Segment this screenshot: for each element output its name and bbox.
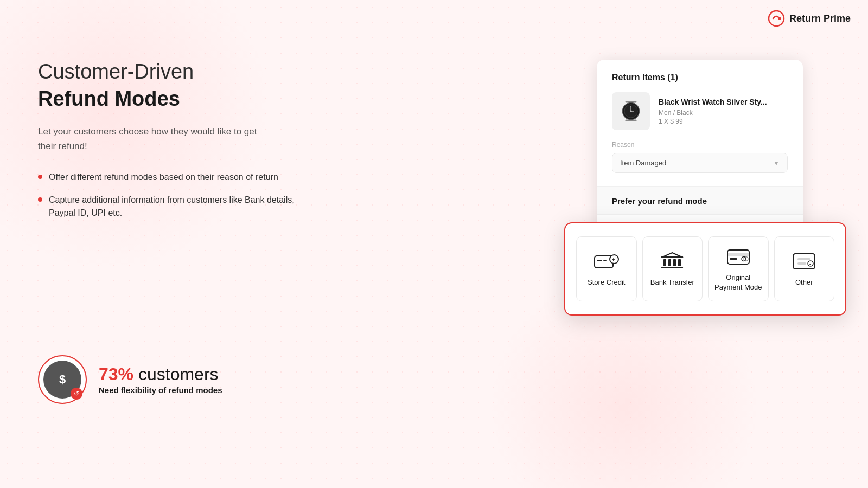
reason-select[interactable]: Item Damaged ▼ [612, 153, 788, 173]
reason-label: Reason [612, 141, 788, 149]
bank-transfer-icon [659, 252, 685, 257]
return-card: Return Items (1) Black Wrist Wat [597, 60, 803, 257]
dollar-icon: $ [59, 373, 66, 387]
bullet-item-1: Offer different refund modes based on th… [38, 171, 320, 184]
logo-text: Return Prime [789, 13, 851, 24]
product-name: Black Wrist Watch Silver Sty... [659, 97, 788, 107]
reason-value: Item Damaged [620, 159, 666, 167]
header: Return Prime [750, 0, 868, 37]
stats-text: 73% customers Need flexibility of refund… [99, 364, 222, 395]
other-icon: ··· [791, 252, 803, 257]
chevron-down-icon: ▼ [773, 159, 780, 167]
stats-icon-bg: $ ↺ [43, 361, 81, 399]
logo-icon [768, 10, 785, 27]
refund-mode-store-credit[interactable]: + Store Credit [597, 236, 637, 257]
return-items-title: Return Items (1) [612, 73, 788, 82]
stats-circle: $ ↺ [38, 355, 87, 404]
left-content: Customer-Driven Refund Modes Let your cu… [38, 60, 320, 220]
bullet-list: Offer different refund modes based on th… [38, 171, 320, 220]
return-card-inner: Return Items (1) Black Wrist Wat [597, 60, 803, 186]
svg-point-0 [769, 11, 784, 26]
page-title: Refund Modes [38, 86, 320, 112]
bullet-item-2: Capture additional information from cust… [38, 194, 320, 220]
page-subtitle: Customer-Driven [38, 60, 320, 85]
stats-percent: 73% [99, 364, 133, 384]
svg-point-1 [778, 17, 781, 20]
right-panel: Return Items (1) Black Wrist Wat [597, 60, 803, 257]
bullet-dot-1 [38, 175, 42, 179]
bullet-dot-2 [38, 197, 42, 202]
refund-modes-grid: + Store Credit [597, 236, 803, 257]
product-variant: Men / Black [659, 109, 788, 117]
store-credit-icon: + [597, 252, 620, 257]
stats-section: $ ↺ 73% customers Need flexibility of re… [38, 355, 222, 404]
arrow-icon: ↺ [71, 388, 82, 400]
product-info: Black Wrist Watch Silver Sty... Men / Bl… [659, 97, 788, 125]
svg-rect-26 [793, 254, 803, 257]
stats-customers-label: customers [133, 364, 218, 384]
product-price: 1 X $ 99 [659, 118, 788, 125]
product-image [612, 92, 650, 130]
refund-mode-overlay: + Store Credit [597, 222, 803, 257]
refund-mode-original-payment[interactable]: Original Payment Mode [708, 236, 769, 257]
stats-description: Need flexibility of refund modes [99, 386, 222, 395]
refund-mode-bank-transfer[interactable]: Bank Transfer [642, 236, 703, 257]
product-row: Black Wrist Watch Silver Sty... Men / Bl… [612, 92, 788, 130]
refund-mode-other[interactable]: ··· Other [774, 236, 803, 257]
hero-description: Let your customers choose how they would… [38, 124, 277, 153]
original-payment-icon [725, 247, 751, 257]
prefer-refund-title: Prefer your refund mode [597, 186, 803, 214]
svg-rect-22 [727, 253, 749, 256]
